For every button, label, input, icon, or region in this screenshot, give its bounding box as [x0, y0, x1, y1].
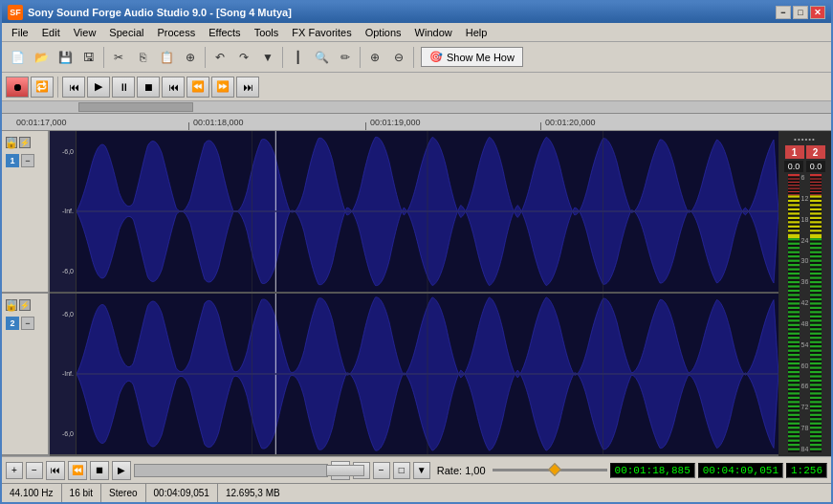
- zoom-out-button[interactable]: ⊖: [387, 46, 410, 69]
- zoom-select-button[interactable]: ▼: [413, 462, 430, 479]
- toolbar: 📄 📂 💾 🖫 ✂ ⎘ 📋 ⊕ ↶ ↷ ▼ ┃ 🔍 ✏ ⊕ ⊖ 🎯 Show M…: [2, 42, 831, 73]
- track-2-mono-icon[interactable]: ⚡: [19, 299, 31, 311]
- vu-ch2-header: 2: [806, 145, 825, 159]
- svg-rect-103: [810, 262, 822, 264]
- svg-rect-89: [810, 202, 822, 204]
- copy-button[interactable]: ⎘: [131, 46, 154, 69]
- menu-tools[interactable]: Tools: [249, 25, 285, 40]
- track-1-waveform[interactable]: -6,0 -Inf. -6,0: [50, 131, 778, 294]
- vu-scale-60: 60: [801, 362, 809, 369]
- go-start-button[interactable]: ⏮: [162, 77, 185, 98]
- svg-rect-105: [810, 271, 822, 273]
- svg-rect-43: [788, 296, 800, 298]
- vu-meters: •••••• 1 2 0.0 0.0: [778, 131, 831, 456]
- redo-button[interactable]: ↷: [232, 46, 255, 69]
- prev-marker-button[interactable]: ⏪: [186, 77, 209, 98]
- cut-button[interactable]: ✂: [107, 46, 130, 69]
- minimize-button[interactable]: −: [776, 6, 791, 19]
- svg-rect-52: [788, 335, 800, 337]
- track-1-mute-button[interactable]: −: [21, 154, 34, 167]
- undo-button[interactable]: ↶: [208, 46, 231, 69]
- track-2-wave-svg: [77, 294, 778, 454]
- scroll-left-button[interactable]: −: [26, 462, 43, 479]
- record-button[interactable]: ⏺: [6, 77, 29, 98]
- go-start-bottom-button[interactable]: ⏮: [46, 461, 65, 480]
- position-time-display: 00:01:18,885: [610, 463, 695, 478]
- db-label-1-3: -Inf.: [62, 208, 74, 214]
- paste-special-button[interactable]: ⊕: [179, 46, 202, 69]
- toolbar-sep-5: [413, 47, 414, 68]
- total-time-display: 00:04:09,051: [698, 463, 783, 478]
- menu-process[interactable]: Process: [151, 25, 201, 40]
- svg-rect-13: [788, 176, 800, 178]
- menu-view[interactable]: View: [68, 25, 102, 40]
- menu-effects[interactable]: Effects: [203, 25, 246, 40]
- play-from-start-button[interactable]: ⏮: [62, 77, 85, 98]
- track-1-lock-icon[interactable]: 🔒: [6, 137, 17, 148]
- next-marker-button[interactable]: ⏩: [211, 77, 234, 98]
- save-button[interactable]: 💾: [54, 46, 77, 69]
- svg-rect-42: [788, 292, 800, 294]
- track-2-lock-icon[interactable]: 🔒: [6, 299, 17, 311]
- zoom-out-bottom-button[interactable]: −: [373, 462, 390, 479]
- db-label-2-3: -Inf.: [62, 370, 74, 377]
- close-button[interactable]: ✕: [810, 6, 825, 19]
- show-me-how-button[interactable]: 🎯 Show Me How: [421, 47, 523, 67]
- rate-slider-thumb[interactable]: [547, 463, 560, 476]
- vu-dots: ••••••: [794, 135, 816, 143]
- new-button[interactable]: 📄: [6, 46, 29, 69]
- svg-rect-35: [788, 262, 800, 264]
- zoom-in-button[interactable]: ⊕: [363, 46, 386, 69]
- bottom-scroll-thumb[interactable]: [326, 465, 364, 476]
- vu-scale-6: 6: [801, 174, 809, 181]
- svg-rect-134: [810, 395, 822, 397]
- rate-slider-track[interactable]: [493, 469, 607, 471]
- db-label-2-5: -6,0: [62, 430, 74, 437]
- save-as-button[interactable]: 🖫: [77, 46, 100, 69]
- waveform-content: -6,0 -Inf. -6,0: [50, 131, 778, 456]
- paste-button[interactable]: 📋: [155, 46, 178, 69]
- loop-button[interactable]: 🔁: [31, 77, 54, 98]
- zoom-fit-button[interactable]: □: [393, 462, 410, 479]
- vu-scale-42: 42: [801, 299, 809, 306]
- play-bottom-button[interactable]: ▶: [112, 461, 131, 480]
- zoom-tool-button[interactable]: 🔍: [310, 46, 333, 69]
- track-2-waveform[interactable]: -6,0 -Inf. -6,0: [50, 294, 778, 456]
- zoom-level-display: 1:256: [786, 463, 827, 478]
- svg-rect-16: [788, 186, 800, 187]
- svg-rect-44: [788, 300, 800, 302]
- pencil-tool-button[interactable]: ✏: [334, 46, 357, 69]
- svg-rect-124: [810, 352, 822, 354]
- vu-scale-12: 12: [801, 195, 809, 202]
- menu-edit[interactable]: Edit: [36, 25, 66, 40]
- undo-list-button[interactable]: ▼: [256, 46, 279, 69]
- prev-bottom-button[interactable]: ⏪: [68, 461, 87, 480]
- menu-file[interactable]: File: [6, 25, 34, 40]
- track-2-mute-button[interactable]: −: [21, 317, 34, 330]
- go-end-button[interactable]: ⏭: [236, 77, 259, 98]
- svg-rect-145: [810, 442, 822, 444]
- svg-rect-128: [810, 369, 822, 371]
- stop-button[interactable]: ⏹: [137, 77, 160, 98]
- track-1-mono-icon[interactable]: ⚡: [19, 137, 31, 148]
- menu-special[interactable]: Special: [103, 25, 149, 40]
- open-button[interactable]: 📂: [30, 46, 53, 69]
- cursor-tool-button[interactable]: ┃: [286, 46, 309, 69]
- scroll-left-more-button[interactable]: +: [6, 462, 23, 479]
- stop-bottom-button[interactable]: ⏹: [90, 461, 109, 480]
- menu-fx-favorites[interactable]: FX Favorites: [286, 25, 357, 40]
- menu-window[interactable]: Window: [409, 25, 458, 40]
- menu-options[interactable]: Options: [360, 25, 407, 40]
- pause-button[interactable]: ⏸: [112, 77, 135, 98]
- svg-rect-77: [788, 442, 800, 444]
- vu-ch1-value: 0.0: [784, 161, 803, 172]
- bottom-scrollbar[interactable]: [134, 464, 328, 477]
- svg-rect-144: [810, 437, 822, 439]
- restore-button[interactable]: □: [793, 6, 808, 19]
- vu-channel-headers: 1 2: [785, 145, 825, 159]
- menu-help[interactable]: Help: [460, 25, 493, 40]
- top-scrollbar[interactable]: [2, 101, 831, 114]
- top-scroll-thumb[interactable]: [78, 102, 193, 112]
- track-controls: 🔒 ⚡ 1 − 🔒 ⚡: [2, 131, 50, 456]
- play-button[interactable]: ▶: [87, 77, 110, 98]
